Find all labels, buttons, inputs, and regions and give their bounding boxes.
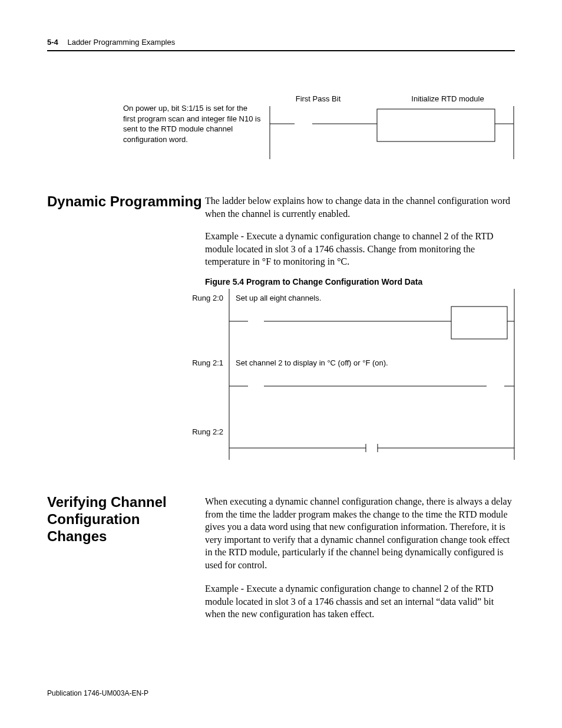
verifying-p2: Example - Execute a dynamic configuratio…: [205, 582, 515, 621]
page-header: 5-4 Ladder Programming Examples: [47, 38, 515, 51]
ladder-note: On power up, bit S:1/15 is set for the f…: [123, 103, 262, 144]
ladder-diagram-rungs: [227, 289, 516, 460]
dynamic-programming-p2: Example - Execute a dynamic configuratio…: [205, 230, 515, 268]
chapter-title: Ladder Programming Examples: [67, 38, 175, 47]
ladder-diagram-top: [268, 106, 515, 159]
svg-rect-10: [451, 307, 507, 339]
first-pass-bit-label: First Pass Bit: [277, 94, 359, 103]
publication-id: Publication 1746-UM003A-EN-P: [47, 689, 148, 697]
page-number: 5-4: [47, 38, 58, 47]
svg-rect-4: [377, 109, 495, 141]
initialize-rtd-label: Initialize RTD module: [401, 94, 495, 103]
verifying-p1: When executing a dynamic channel configu…: [205, 495, 515, 572]
figure-caption: Figure 5.4 Program to Change Configurati…: [205, 277, 422, 286]
dynamic-programming-p1: The ladder below explains how to change …: [205, 195, 515, 220]
rung-2-label: Rung 2:2: [190, 427, 223, 436]
heading-dynamic-programming: Dynamic Programming: [47, 193, 202, 210]
heading-verifying-changes: Verifying Channel Configuration Changes: [47, 494, 189, 545]
rung-0-label: Rung 2:0: [190, 294, 223, 302]
rung-1-label: Rung 2:1: [190, 358, 223, 367]
